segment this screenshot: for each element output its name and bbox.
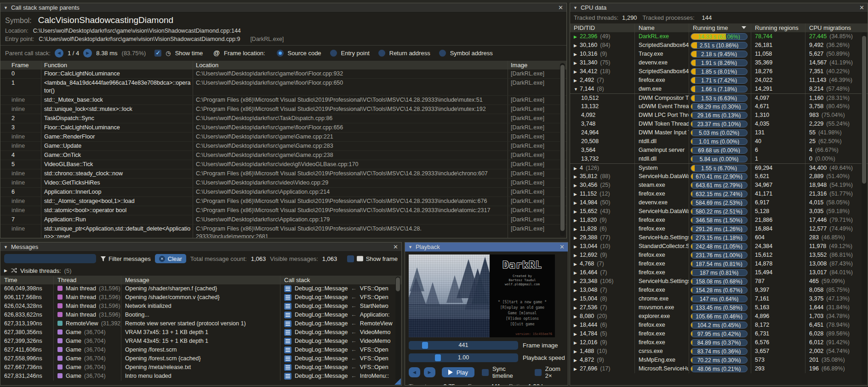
callstack-list-icon[interactable] — [284, 338, 291, 345]
expand-icon[interactable]: ▶ — [574, 216, 580, 225]
clear-button[interactable]: ✕ Clear — [155, 254, 186, 263]
cpu-process-row[interactable]: ▶30,160(84) ScriptedSandbox64.exe 2.51 s… — [570, 41, 868, 50]
expand-icon[interactable]: ▶ — [574, 365, 580, 373]
callstack-list-icon[interactable] — [284, 355, 291, 362]
col-pid-tid[interactable]: PID/TID — [570, 23, 634, 32]
cpu-process-row[interactable]: ▶11,820(9) firefox.exe 346.58 ms (1.50%)… — [570, 216, 868, 225]
play-button[interactable]: Play — [442, 367, 474, 377]
message-row[interactable]: 606,049,398ns Main thread(31,596) Openin… — [0, 284, 401, 293]
collapse-icon[interactable]: ▼ — [4, 245, 8, 249]
message-callstack[interactable]: DebugLog::Message ← Application: — [280, 311, 401, 319]
expand-icon[interactable]: ▶ — [574, 330, 580, 338]
callstack-table-row[interactable]: inline std::atomic<bool>::operator bool … — [0, 206, 566, 215]
cpu-process-row[interactable]: ▶4(126) System 1.55 s (6.70%) 69,294 34,… — [570, 163, 868, 172]
filter-input[interactable] — [4, 254, 96, 263]
visible-threads-row[interactable]: ▶ Visible threads: (5) — [0, 266, 401, 276]
expand-icon[interactable]: ▶ — [574, 68, 580, 76]
message-callstack[interactable]: DebugLog::Message ← VFS::Open — [280, 293, 401, 302]
expand-icon[interactable]: ▼ — [574, 85, 580, 93]
close-icon[interactable]: ✕ — [393, 244, 398, 250]
function-cell[interactable]: VideoGLBase::Tick — [41, 160, 193, 169]
callstack-table-row[interactable]: inline std::_Atomic_storage<bool,1>::loa… — [0, 197, 566, 206]
cpu-process-row[interactable]: ▶15,004(8) chrome.exe 147 ms (0.64%) 7,1… — [570, 295, 868, 303]
cpu-process-row[interactable]: 10,512 DWM Compositor Thread 1.53 s (6.6… — [570, 93, 868, 102]
message-row[interactable]: 627,667,736ns Game(36,704) Opening /meta… — [0, 363, 401, 372]
slider-grab[interactable] — [435, 354, 441, 361]
expand-icon[interactable]: ▶ — [574, 225, 580, 233]
col-name[interactable]: Name — [634, 23, 689, 32]
col-location[interactable]: Location — [193, 61, 508, 69]
callstack-list-icon[interactable] — [284, 312, 291, 318]
radio-source-code[interactable] — [277, 50, 284, 57]
collapse-icon[interactable]: ▼ — [4, 6, 8, 10]
col-cpu-migrations[interactable]: CPU migrations — [805, 23, 868, 32]
show-time-checkbox[interactable] — [154, 50, 161, 57]
message-callstack[interactable]: DebugLog::Message ← VideoMemo — [280, 328, 401, 337]
radio-source-code-label[interactable]: Source code — [288, 50, 321, 57]
col-running-time[interactable]: Running time — [689, 23, 751, 32]
function-cell[interactable]: Application::Run — [41, 215, 193, 224]
function-cell[interactable]: <lambda_84a19dc444fae966ca174e83e708bdca… — [41, 79, 193, 95]
cpu-process-row[interactable]: ▶2,492(7) firefox.exe 1.71 s (7.42%) 24,… — [570, 76, 868, 85]
callstack-list-icon[interactable] — [284, 347, 291, 353]
radio-entry-point[interactable] — [330, 50, 337, 57]
show-time-label[interactable]: Show time — [175, 50, 203, 57]
col-time[interactable]: Time — [0, 276, 53, 284]
callstack-table-row[interactable]: inline Game::Update C:\Users\wolf\Deskto… — [0, 142, 566, 151]
expand-icon[interactable]: ▶ — [574, 260, 580, 268]
cpu-process-row[interactable]: ▶13,048(7) firefox.exe 154.28 ms (0.67%)… — [570, 286, 868, 295]
show-frame-label[interactable]: Show frame — [366, 255, 398, 262]
cpu-process-row[interactable]: ▶4,872(9) MsMpEng.exe 70.22 ms (0.30%) 5… — [570, 356, 868, 364]
sync-timeline-checkbox[interactable] — [482, 369, 489, 376]
callstack-list-icon[interactable] — [284, 294, 291, 301]
message-callstack[interactable]: DebugLog::Message ← VFS::Open — [280, 346, 401, 354]
function-cell[interactable]: Game::RenderFloor — [41, 133, 193, 141]
cpu-process-row[interactable]: ▶8,080(20) explorer.exe 105.66 ms (0.46%… — [570, 312, 868, 321]
callstack-table-row[interactable]: 5 VideoGLBase::Tick C:\Users\wolf\Deskto… — [0, 160, 566, 169]
cpu-process-row[interactable]: 13,732 ntdll.dll 5.84 us (0.00%) 1 0(0.0… — [570, 155, 868, 163]
function-cell[interactable]: std::chrono::steady_clock::now — [41, 169, 193, 178]
scrollbar-thumb[interactable] — [396, 277, 400, 291]
function-cell[interactable]: TaskDispatch::Sync — [41, 114, 193, 123]
radio-symbol-address[interactable] — [439, 50, 446, 57]
expand-icon[interactable]: ▶ — [574, 243, 580, 251]
function-cell[interactable]: Application::InnerLoop — [41, 188, 193, 196]
function-cell[interactable]: std::unique_ptr<Application,std::default… — [41, 225, 193, 238]
cpu-process-row[interactable]: ▶27,696(17) Microsoft.ServiceHub.Co 48.0… — [570, 364, 868, 373]
cpu-process-row[interactable]: ▶12,016(9) firefox.exe 84.89 ms (0.37%) … — [570, 338, 868, 347]
expand-icon[interactable]: ▶ — [574, 286, 580, 295]
collapse-icon[interactable]: ▼ — [408, 245, 412, 249]
expand-icon[interactable]: ▶ — [574, 59, 580, 67]
cpu-process-row[interactable]: ▼7,144(8) dwm.exe 1.66 s (7.18%) 14,291 … — [570, 85, 868, 93]
expand-icon[interactable]: ▶ — [574, 50, 580, 58]
expand-icon[interactable]: ▶ — [574, 199, 580, 207]
cpu-process-row[interactable]: ▶14,784(5) firefox.exe 97.95 ms (0.42%) … — [570, 329, 868, 338]
cpu-process-row[interactable]: ▶16,464(7) firefox.exe 187 ms (0.81%) 15… — [570, 268, 868, 277]
cpu-process-row[interactable]: ▶12,692(9) firefox.exe 231.76 ms (1.00%)… — [570, 251, 868, 260]
cpu-process-row[interactable]: ▶22,396(49) DarkRL.exe 14.33 s (62.06%) … — [570, 32, 868, 41]
message-row[interactable]: 606,117,568ns Main thread(31,596) Openin… — [0, 293, 401, 302]
function-cell[interactable]: Floor::CalcLightNoLuminance — [41, 69, 193, 78]
message-row[interactable]: 626,024,328ns Main thread(31,596) Networ… — [0, 302, 401, 311]
close-icon[interactable]: ✕ — [560, 244, 565, 250]
prev-frame-button[interactable]: ◀ — [409, 367, 420, 377]
sync-timeline-label[interactable]: Sync timeline — [492, 365, 526, 379]
expand-icon[interactable]: ▶ — [574, 164, 580, 172]
cpu-process-row[interactable]: ▶35,812(88) ServiceHub.DataWarehouse 670… — [570, 172, 868, 181]
zoom-2x-checkbox[interactable] — [535, 369, 542, 376]
expand-icon[interactable]: ▶ — [574, 321, 580, 329]
cpu-process-row[interactable]: ▶11,152(12) firefox.exe 632.15 ms (2.74%… — [570, 190, 868, 198]
messages-scrollbar[interactable] — [395, 277, 400, 381]
col-running-regions[interactable]: Running regions — [751, 23, 805, 32]
message-row[interactable]: 627,831,246ns Game(36,704) Intro menu lo… — [0, 372, 401, 381]
callstack-list-icon[interactable] — [284, 329, 291, 336]
cpu-process-row[interactable]: ▶14,984(50) devenv.exe 584.69 ms (2.53%)… — [570, 198, 868, 207]
prev-callstack-button[interactable]: ◀ — [55, 49, 63, 58]
callstack-table-row[interactable]: inline Game::RenderFloor C:\Users\wolf\D… — [0, 133, 566, 142]
function-cell[interactable]: Game::OnTick — [41, 151, 193, 160]
message-callstack[interactable]: DebugLog::Message ← VideoMemo — [280, 337, 401, 346]
message-callstack[interactable]: DebugLog::Message ← RemoteView — [280, 319, 401, 328]
callstack-table-row[interactable]: 0 Floor::CalcLightNoLuminance C:\Users\w… — [0, 69, 566, 79]
function-cell[interactable]: Video::GetTicksHiRes — [41, 179, 193, 187]
expand-icon[interactable]: ▶ — [574, 190, 580, 198]
